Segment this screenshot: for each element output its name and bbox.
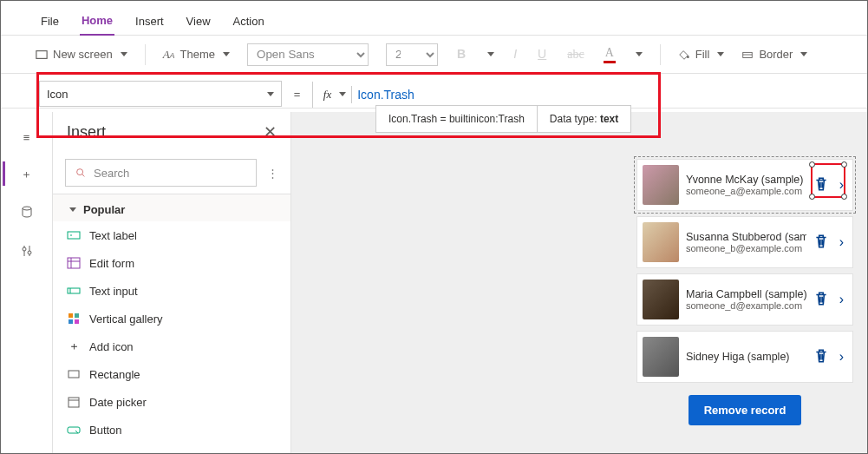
gallery-row[interactable]: Susanna Stubberod (sample)someone_b@exam… — [636, 216, 853, 268]
menu-view[interactable]: View — [185, 8, 212, 35]
gallery-row[interactable]: Maria Campbell (sample)someone_d@example… — [636, 273, 853, 326]
gallery-row[interactable]: Yvonne McKay (sample)someone_a@example.c… — [636, 159, 853, 211]
chevron-right-icon[interactable]: › — [836, 234, 847, 250]
rail-data[interactable] — [20, 205, 34, 221]
svg-rect-16 — [69, 313, 73, 318]
toolbar: New screen AA Theme Open Sans 20 B I U a… — [1, 36, 867, 74]
insert-edit-form[interactable]: Edit form — [53, 249, 290, 277]
menu-insert[interactable]: Insert — [134, 8, 166, 35]
group-popular[interactable]: Popular — [53, 194, 290, 221]
equals-label: = — [294, 88, 301, 101]
panel-title: Insert — [67, 123, 106, 141]
canvas: Yvonne McKay (sample)someone_a@example.c… — [291, 112, 867, 453]
trash-icon[interactable] — [813, 176, 829, 194]
theme-button[interactable]: AA Theme — [163, 48, 230, 62]
left-rail: ≡ ＋ — [1, 112, 53, 453]
border-icon — [741, 49, 754, 61]
svg-point-7 — [77, 169, 83, 175]
screen-icon — [36, 49, 48, 61]
property-selector[interactable]: Icon — [39, 81, 282, 107]
fx-icon: fx — [323, 88, 331, 102]
eval-datatype: Data type: text — [538, 106, 630, 132]
svg-line-8 — [82, 174, 85, 177]
italic-button[interactable]: I — [512, 47, 519, 62]
menu-home[interactable]: Home — [80, 7, 114, 36]
plus-icon: ＋ — [67, 339, 81, 353]
contact-name: Yvonne McKay (sample) — [686, 174, 806, 186]
search-icon — [75, 167, 87, 179]
svg-rect-17 — [75, 313, 79, 318]
search-input[interactable]: Search — [65, 159, 257, 187]
gallery: Yvonne McKay (sample)someone_a@example.c… — [636, 159, 853, 453]
bucket-icon — [678, 49, 690, 61]
svg-point-1 — [687, 56, 689, 58]
rail-insert[interactable]: ＋ — [21, 167, 32, 182]
formula-bar: Icon = fx Icon.Trash Icon.Trash = builti… — [1, 74, 867, 109]
trash-icon[interactable] — [813, 291, 829, 309]
insert-button[interactable]: Button — [53, 416, 290, 444]
contact-name: Sidney Higa (sample) — [686, 351, 806, 363]
button-icon — [67, 423, 81, 437]
rail-settings[interactable] — [20, 244, 34, 260]
contact-name: Maria Campbell (sample) — [686, 288, 806, 300]
bold-button[interactable]: B — [455, 47, 467, 62]
fill-button[interactable]: Fill — [678, 48, 725, 61]
avatar — [643, 165, 679, 205]
form-icon — [67, 256, 81, 270]
gallery-row[interactable]: Sidney Higa (sample) › — [636, 331, 853, 383]
insert-panel: Insert ✕ Search ⋮ Popular Text label Edi… — [53, 112, 291, 453]
insert-rectangle[interactable]: Rectangle — [53, 360, 290, 388]
svg-rect-19 — [75, 319, 79, 324]
svg-rect-20 — [69, 371, 79, 378]
avatar — [643, 337, 679, 377]
svg-rect-23 — [68, 427, 80, 433]
trash-icon[interactable] — [813, 348, 829, 366]
insert-add-icon[interactable]: ＋Add icon — [53, 332, 290, 360]
svg-point-6 — [28, 251, 31, 254]
label-icon — [67, 228, 81, 242]
svg-rect-21 — [69, 398, 79, 407]
gallery-icon — [67, 312, 81, 326]
strike-button[interactable]: abc — [565, 48, 585, 62]
insert-vertical-gallery[interactable]: Vertical gallery — [53, 305, 290, 332]
contact-name: Susanna Stubberod (sample) — [686, 231, 806, 243]
svg-rect-9 — [68, 232, 80, 239]
chevron-right-icon[interactable]: › — [836, 177, 847, 193]
insert-text-input[interactable]: Text input — [53, 277, 290, 305]
chevron-right-icon[interactable]: › — [836, 349, 847, 365]
svg-rect-0 — [36, 50, 47, 58]
svg-point-5 — [23, 247, 26, 251]
close-icon[interactable]: ✕ — [264, 122, 277, 141]
font-select[interactable]: Open Sans — [247, 43, 369, 66]
remove-record-button[interactable]: Remove record — [689, 395, 802, 425]
menubar: File Home Insert View Action — [1, 1, 867, 36]
insert-date-picker[interactable]: Date picker — [53, 388, 290, 416]
svg-rect-11 — [68, 258, 80, 268]
formula-text[interactable]: Icon.Trash — [357, 88, 414, 102]
font-size-select[interactable]: 20 — [386, 43, 438, 66]
input-icon — [67, 284, 81, 298]
contact-email: someone_d@example.com — [686, 300, 806, 311]
new-screen-button[interactable]: New screen — [36, 48, 127, 61]
avatar — [643, 280, 679, 319]
svg-rect-14 — [68, 288, 80, 293]
underline-button[interactable]: U — [536, 47, 548, 62]
formula-eval-popup: Icon.Trash = builtinicon:Trash Data type… — [375, 105, 631, 133]
insert-text-label[interactable]: Text label — [53, 221, 290, 249]
trash-icon[interactable] — [813, 234, 829, 252]
more-icon[interactable]: ⋮ — [267, 167, 278, 180]
font-color-button[interactable]: A — [604, 46, 616, 63]
rail-tree[interactable]: ≡ — [23, 131, 30, 144]
contact-email: someone_a@example.com — [686, 186, 806, 196]
svg-rect-18 — [69, 319, 73, 324]
menu-file[interactable]: File — [39, 8, 61, 35]
rect-icon — [67, 367, 81, 381]
eval-result: Icon.Trash = builtinicon:Trash — [376, 106, 538, 132]
menu-action[interactable]: Action — [232, 8, 266, 35]
svg-point-4 — [23, 207, 31, 210]
contact-email: someone_b@example.com — [686, 243, 806, 253]
avatar — [643, 222, 679, 262]
fx-area[interactable]: fx Icon.Trash — [312, 82, 425, 108]
border-button[interactable]: Border — [741, 48, 807, 61]
chevron-right-icon[interactable]: › — [836, 292, 847, 307]
